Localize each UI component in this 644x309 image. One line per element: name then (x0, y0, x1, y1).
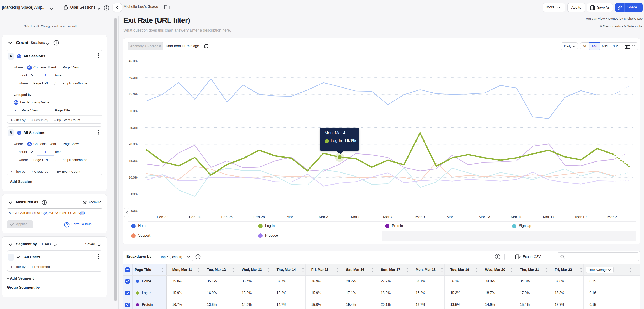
svg-text:Mar 7: Mar 7 (383, 215, 392, 219)
svg-text:15.0%: 15.0% (129, 159, 138, 162)
svg-text:40.0%: 40.0% (129, 76, 138, 79)
svg-text:Mar 19: Mar 19 (575, 215, 587, 219)
svg-text:35.0%: 35.0% (129, 93, 138, 96)
svg-text:20.0%: 20.0% (129, 142, 138, 146)
svg-text:0.00%: 0.00% (129, 209, 138, 212)
svg-text:Mar 1: Mar 1 (286, 215, 296, 219)
svg-text:45.0%: 45.0% (129, 59, 138, 63)
svg-text:Feb 24: Feb 24 (189, 215, 200, 219)
svg-text:Mar 13: Mar 13 (479, 215, 490, 219)
svg-text:25.0%: 25.0% (129, 126, 138, 129)
svg-text:5.00%: 5.00% (129, 192, 138, 196)
svg-text:Mar 3: Mar 3 (319, 215, 328, 219)
svg-text:10.0%: 10.0% (129, 176, 138, 179)
svg-text:30.0%: 30.0% (129, 109, 138, 113)
svg-text:Mar 17: Mar 17 (543, 215, 554, 219)
svg-text:Mar 21: Mar 21 (608, 215, 619, 219)
svg-text:Feb 28: Feb 28 (254, 215, 265, 219)
svg-text:Feb 22: Feb 22 (157, 215, 168, 219)
svg-text:Mar 5: Mar 5 (351, 215, 360, 219)
svg-text:Mar 9: Mar 9 (416, 215, 425, 219)
svg-text:Feb 26: Feb 26 (221, 215, 233, 219)
svg-text:Mar 11: Mar 11 (446, 215, 458, 219)
svg-text:Mar 15: Mar 15 (511, 215, 522, 219)
